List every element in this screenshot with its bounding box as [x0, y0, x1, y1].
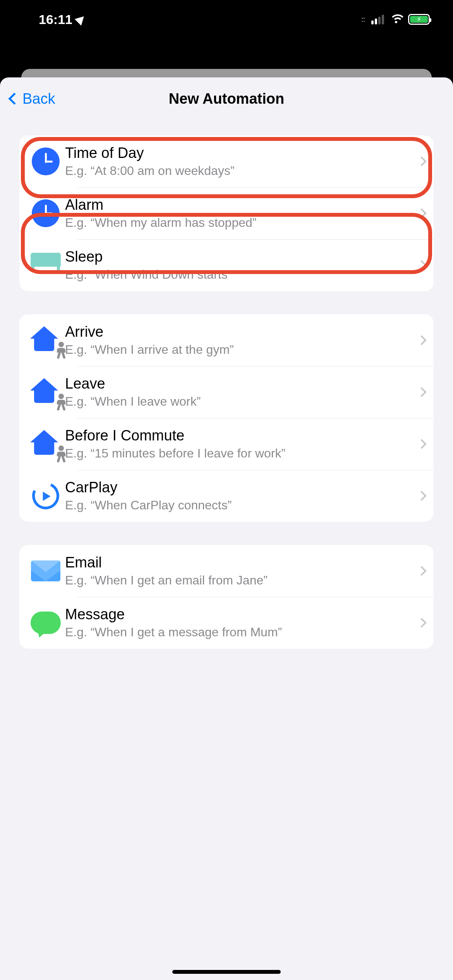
row-subtitle: E.g. “15 minutes before I leave for work…: [65, 446, 414, 461]
trigger-sleep[interactable]: Sleep E.g. “When Wind Down starts”: [19, 239, 434, 291]
trigger-group-time: Time of Day E.g. “At 8:00 am on weekdays…: [19, 135, 434, 291]
chevron-right-icon: [417, 156, 426, 166]
home-indicator[interactable]: [172, 970, 281, 974]
chevron-right-icon: [417, 387, 426, 397]
row-subtitle: E.g. “When I get a message from Mum”: [65, 625, 414, 639]
carplay-icon: [28, 478, 63, 513]
trigger-carplay[interactable]: CarPlay E.g. “When CarPlay connects”: [19, 470, 434, 522]
chevron-left-icon: [8, 93, 20, 105]
house-person-icon: [30, 430, 61, 458]
row-title: Arrive: [65, 324, 414, 340]
row-subtitle: E.g. “When I leave work”: [65, 394, 414, 409]
trigger-email[interactable]: Email E.g. “When I get an email from Jan…: [19, 545, 434, 597]
location-services-icon: [75, 13, 88, 26]
house-person-icon: [30, 326, 61, 354]
chevron-right-icon: [417, 491, 426, 500]
row-subtitle: E.g. “When my alarm has stopped”: [65, 216, 414, 230]
row-subtitle: E.g. “When I get an email from Jane”: [65, 573, 414, 588]
wifi-icon: [390, 14, 403, 24]
chevron-right-icon: [417, 566, 426, 576]
dual-sim-icon: ::: [361, 15, 365, 24]
row-subtitle: E.g. “When CarPlay connects”: [65, 498, 414, 512]
chevron-right-icon: [417, 260, 426, 270]
nav-bar: Back New Automation: [0, 77, 453, 120]
battery-charging-icon: ⚡︎: [408, 14, 430, 25]
row-title: Time of Day: [65, 145, 414, 161]
chevron-right-icon: [417, 439, 426, 449]
row-title: Before I Commute: [65, 427, 414, 444]
back-button[interactable]: Back: [7, 77, 55, 120]
clock-icon: [32, 199, 60, 227]
trigger-before-commute[interactable]: Before I Commute E.g. “15 minutes before…: [19, 418, 434, 470]
trigger-message[interactable]: Message E.g. “When I get a message from …: [19, 597, 434, 649]
clock-icon: [32, 147, 60, 175]
status-time: 16:11: [39, 12, 72, 27]
modal-sheet: Back New Automation Time of Day E.g. “At…: [0, 77, 453, 980]
trigger-arrive[interactable]: Arrive E.g. “When I arrive at the gym”: [19, 314, 434, 366]
message-icon: [31, 612, 61, 634]
chevron-right-icon: [417, 618, 426, 627]
back-label: Back: [22, 91, 55, 107]
cellular-signal-icon: [371, 15, 384, 24]
bed-icon: [31, 257, 61, 273]
row-subtitle: E.g. “When Wind Down starts”: [65, 267, 414, 282]
row-subtitle: E.g. “At 8:00 am on weekdays”: [65, 164, 414, 178]
trigger-group-location: Arrive E.g. “When I arrive at the gym” L…: [19, 314, 434, 522]
chevron-right-icon: [417, 335, 426, 345]
house-person-icon: [30, 378, 61, 406]
page-title: New Automation: [169, 91, 284, 107]
chevron-right-icon: [417, 208, 426, 218]
row-title: Email: [65, 554, 414, 571]
row-title: Message: [65, 606, 414, 623]
row-title: CarPlay: [65, 479, 414, 496]
trigger-leave[interactable]: Leave E.g. “When I leave work”: [19, 366, 434, 418]
status-bar: 16:11 :: ⚡︎: [0, 0, 453, 39]
row-title: Leave: [65, 375, 414, 392]
trigger-group-communication: Email E.g. “When I get an email from Jan…: [19, 545, 434, 649]
trigger-time-of-day[interactable]: Time of Day E.g. “At 8:00 am on weekdays…: [19, 135, 434, 187]
mail-icon: [31, 560, 60, 581]
trigger-alarm[interactable]: Alarm E.g. “When my alarm has stopped”: [19, 187, 434, 239]
row-subtitle: E.g. “When I arrive at the gym”: [65, 343, 414, 357]
row-title: Alarm: [65, 197, 414, 213]
row-title: Sleep: [65, 248, 414, 265]
